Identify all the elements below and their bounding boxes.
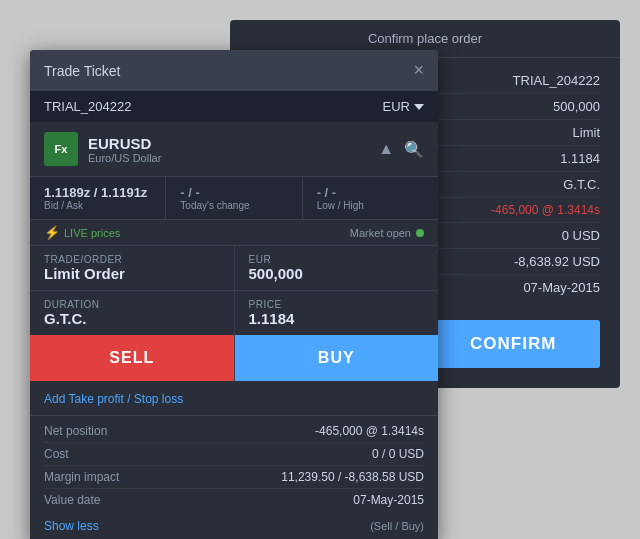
price-row: 1.1189z / 1.1191z Bid / Ask - / - Today'… — [30, 177, 438, 220]
trade-order-label: TRADE/ORDER — [44, 254, 220, 265]
confirm-amount: 500,000 — [553, 99, 600, 114]
info-rows: Net position -465,000 @ 1.3414s Cost 0 /… — [30, 416, 438, 515]
duration-label: DURATION — [44, 299, 220, 310]
confirm-title-text: Confirm place order — [368, 31, 482, 46]
confirm-net: -465,000 @ 1.3414s — [491, 203, 600, 217]
confirm-account-id: TRIAL_204222 — [513, 73, 600, 88]
net-position-val: -465,000 @ 1.3414s — [315, 424, 424, 438]
live-prices-label: ⚡ LIVE prices — [44, 225, 120, 240]
sell-button[interactable]: SELL — [30, 335, 234, 381]
take-profit-link[interactable]: Add Take profit / Stop loss — [44, 392, 183, 406]
market-open-dot — [416, 229, 424, 237]
confirm-duration: G.T.C. — [563, 177, 600, 192]
currency-label: EUR — [383, 99, 410, 114]
confirm-button[interactable]: CONFIRM — [420, 320, 600, 368]
confirm-date: 07-May-2015 — [523, 280, 600, 295]
instrument-icons: ▲ 🔍 — [378, 140, 424, 159]
market-open-label: Market open — [350, 227, 424, 239]
info-row-net: Net position -465,000 @ 1.3414s — [44, 420, 424, 443]
cost-key: Cost — [44, 447, 69, 461]
todays-change-cell: - / - Today's change — [166, 177, 302, 219]
trade-ticket: Trade Ticket × TRIAL_204222 EUR Fx EURUS… — [30, 50, 438, 539]
instrument-left: Fx EURUSD Euro/US Dollar — [44, 132, 161, 166]
fx-logo: Fx — [44, 132, 78, 166]
confirm-cost: 0 USD — [562, 228, 600, 243]
margin-key: Margin impact — [44, 470, 119, 484]
low-high-label: Low / High — [317, 200, 424, 211]
price-field-value: 1.1184 — [249, 310, 425, 327]
price-field-label: PRICE — [249, 299, 425, 310]
chevron-down-icon — [414, 104, 424, 110]
show-less-link[interactable]: Show less — [44, 519, 99, 533]
search-icon[interactable]: 🔍 — [404, 140, 424, 159]
market-open-text: Market open — [350, 227, 411, 239]
duration-value: G.T.C. — [44, 310, 220, 327]
bid-ask-cell: 1.1189z / 1.1191z Bid / Ask — [30, 177, 166, 219]
currency-selector[interactable]: EUR — [383, 99, 424, 114]
info-row-date: Value date 07-May-2015 — [44, 489, 424, 511]
amount-cell: EUR 500,000 — [235, 246, 439, 290]
info-row-margin: Margin impact 11,239.50 / -8,638.58 USD — [44, 466, 424, 489]
instrument-name: EURUSD — [88, 135, 161, 152]
chart-icon[interactable]: ▲ — [378, 140, 394, 158]
account-row: TRIAL_204222 EUR — [30, 91, 438, 122]
instrument-row: Fx EURUSD Euro/US Dollar ▲ 🔍 — [30, 122, 438, 177]
live-prices-text: LIVE prices — [64, 227, 120, 239]
lightning-icon: ⚡ — [44, 225, 60, 240]
buy-button[interactable]: BUY — [235, 335, 439, 381]
sell-buy-label: (Sell / Buy) — [370, 520, 424, 532]
amount-label: EUR — [249, 254, 425, 265]
instrument-description: Euro/US Dollar — [88, 152, 161, 164]
ticket-title: Trade Ticket — [44, 63, 121, 79]
fields-grid: TRADE/ORDER Limit Order EUR 500,000 DURA… — [30, 245, 438, 335]
close-icon[interactable]: × — [413, 60, 424, 81]
confirm-margin: -8,638.92 USD — [514, 254, 600, 269]
live-row: ⚡ LIVE prices Market open — [30, 220, 438, 245]
take-profit-row: Add Take profit / Stop loss — [30, 381, 438, 416]
confirm-type: Limit — [573, 125, 600, 140]
trade-order-value: Limit Order — [44, 265, 220, 282]
show-less-row: Show less (Sell / Buy) — [30, 515, 438, 539]
low-high-cell: - / - Low / High — [303, 177, 438, 219]
margin-val: 11,239.50 / -8,638.58 USD — [281, 470, 424, 484]
account-id: TRIAL_204222 — [44, 99, 131, 114]
action-buttons: SELL BUY — [30, 335, 438, 381]
value-date-val: 07-May-2015 — [353, 493, 424, 507]
todays-change-label: Today's change — [180, 200, 287, 211]
duration-cell: DURATION G.T.C. — [30, 291, 234, 335]
price-cell: PRICE 1.1184 — [235, 291, 439, 335]
net-position-key: Net position — [44, 424, 107, 438]
todays-change-value: - / - — [180, 185, 287, 200]
value-date-key: Value date — [44, 493, 101, 507]
bid-ask-value: 1.1189z / 1.1191z — [44, 185, 151, 200]
amount-value: 500,000 — [249, 265, 425, 282]
bid-ask-label: Bid / Ask — [44, 200, 151, 211]
info-row-cost: Cost 0 / 0 USD — [44, 443, 424, 466]
low-high-value: - / - — [317, 185, 424, 200]
instrument-info: EURUSD Euro/US Dollar — [88, 135, 161, 164]
ticket-header: Trade Ticket × — [30, 50, 438, 91]
trade-order-cell: TRADE/ORDER Limit Order — [30, 246, 234, 290]
confirm-price: 1.1184 — [560, 151, 600, 166]
cost-val: 0 / 0 USD — [372, 447, 424, 461]
